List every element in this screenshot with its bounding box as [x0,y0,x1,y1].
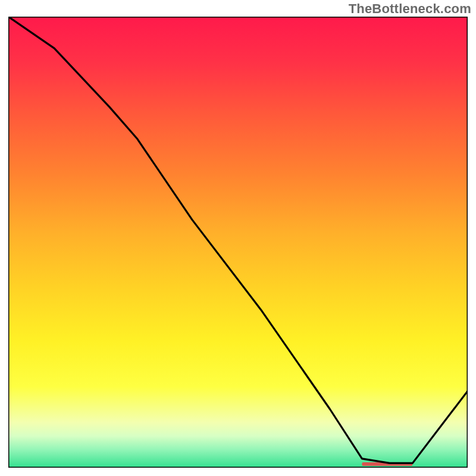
plot-area [8,17,468,468]
gradient-background [8,17,468,468]
chart-frame: TheBottleneck.com [0,0,476,476]
watermark-text: TheBottleneck.com [349,1,471,17]
bottleneck-chart [8,17,468,468]
